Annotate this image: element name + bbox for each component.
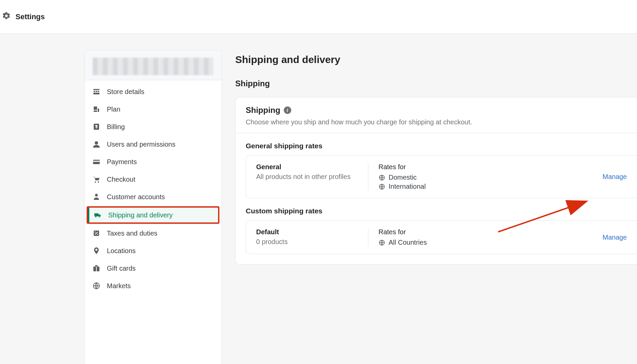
sidebar-item-users[interactable]: Users and permissions <box>85 135 221 153</box>
sidebar-item-label: Payments <box>107 158 137 166</box>
sidebar-item-label: Store details <box>107 88 144 96</box>
general-rates-heading: General shipping rates <box>236 133 637 155</box>
card-title: Shipping <box>246 105 280 115</box>
rate-item: Domestic <box>378 174 582 181</box>
rates-for-label: Rates for <box>378 228 582 236</box>
info-icon[interactable]: i <box>284 107 291 114</box>
store-name-redacted <box>93 58 213 75</box>
sidebar-item-label: Users and permissions <box>107 141 175 148</box>
globe-icon <box>378 239 385 246</box>
percent-icon <box>92 229 101 238</box>
annotation-highlight-box: Shipping and delivery <box>87 206 219 224</box>
sidebar-item-locations[interactable]: Locations <box>85 242 221 260</box>
page-title: Shipping and delivery <box>235 54 637 65</box>
rate-text: Domestic <box>389 174 417 181</box>
sidebar-item-plan[interactable]: Plan <box>85 100 221 118</box>
profile-sub: All products not in other profiles <box>256 173 358 181</box>
settings-title: Settings <box>16 12 45 21</box>
profile-name: General <box>256 163 358 171</box>
sidebar-item-store-details[interactable]: Store details <box>85 83 221 100</box>
cart-icon <box>92 175 101 184</box>
globe-icon <box>378 183 385 190</box>
truck-icon <box>93 211 102 219</box>
sidebar-item-label: Checkout <box>107 176 135 183</box>
pin-icon <box>92 246 101 255</box>
rates-for-label: Rates for <box>378 163 582 171</box>
sidebar-item-label: Shipping and delivery <box>108 211 173 219</box>
sidebar-item-customer-accounts[interactable]: Customer accounts <box>85 188 221 206</box>
shipping-card: Shipping i Choose where you ship and how… <box>235 97 637 265</box>
shipping-card-header: Shipping i Choose where you ship and how… <box>236 97 637 133</box>
sidebar-item-label: Plan <box>107 105 120 113</box>
user-icon <box>92 140 101 149</box>
custom-profile-row: Default 0 products Rates for All Countri… <box>246 220 637 254</box>
topbar: Settings <box>0 0 637 34</box>
general-profile-row: General All products not in other profil… <box>246 155 637 198</box>
rate-item: All Countries <box>378 239 582 246</box>
rate-text: International <box>389 183 426 190</box>
sidebar-store-header <box>85 50 221 80</box>
plan-icon <box>92 105 101 114</box>
rate-item: International <box>378 183 582 190</box>
sidebar-item-gift-cards[interactable]: Gift cards <box>85 260 221 277</box>
sidebar-item-label: Taxes and duties <box>107 230 157 237</box>
manage-link-general[interactable]: Manage <box>603 173 627 180</box>
card-icon <box>92 157 101 166</box>
sidebar-item-label: Customer accounts <box>107 193 165 201</box>
globe-icon <box>92 281 101 290</box>
settings-sidebar: Store details Plan Billing Users and per… <box>84 50 222 364</box>
sidebar-item-label: Markets <box>107 282 131 290</box>
person-icon <box>92 192 101 201</box>
sidebar-item-label: Gift cards <box>107 265 136 272</box>
rate-text: All Countries <box>389 239 427 246</box>
sidebar-item-shipping[interactable]: Shipping and delivery <box>88 208 218 222</box>
sidebar-item-label: Locations <box>107 247 136 255</box>
section-label-shipping: Shipping <box>235 79 637 88</box>
sidebar-item-checkout[interactable]: Checkout <box>85 171 221 188</box>
billing-icon <box>92 122 101 131</box>
store-icon <box>92 87 101 96</box>
custom-rates-heading: Custom shipping rates <box>236 198 637 220</box>
main-content: Shipping and delivery Shipping Shipping … <box>222 50 637 364</box>
profile-name: Default <box>256 228 358 236</box>
globe-icon <box>378 174 385 181</box>
card-description: Choose where you ship and how much you c… <box>246 118 627 126</box>
sidebar-item-billing[interactable]: Billing <box>85 118 221 135</box>
gear-icon <box>2 11 11 22</box>
sidebar-item-payments[interactable]: Payments <box>85 153 221 171</box>
sidebar-item-markets[interactable]: Markets <box>85 277 221 295</box>
sidebar-item-label: Billing <box>107 123 125 131</box>
settings-nav: Store details Plan Billing Users and per… <box>85 80 221 297</box>
sidebar-item-taxes[interactable]: Taxes and duties <box>85 224 221 242</box>
profile-sub: 0 products <box>256 238 358 246</box>
manage-link-custom[interactable]: Manage <box>603 234 627 241</box>
gift-icon <box>92 264 101 273</box>
